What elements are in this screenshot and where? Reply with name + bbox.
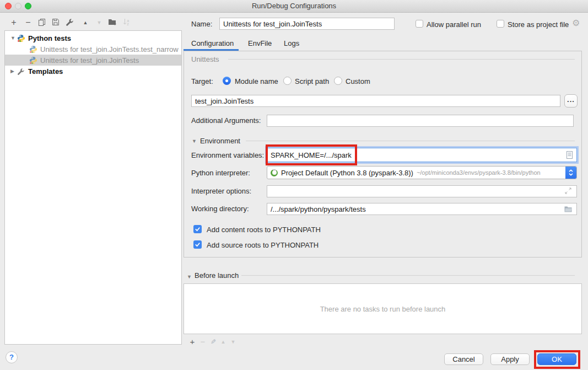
- browse-env-vars-icon[interactable]: [567, 151, 573, 159]
- dropdown-spinner-icon[interactable]: [565, 167, 576, 179]
- interpreter-options-label: Interpreter options:: [191, 187, 251, 195]
- copy-configuration-button[interactable]: [37, 18, 47, 28]
- move-up-button[interactable]: ▲: [80, 18, 90, 28]
- before-launch-divider: [241, 275, 575, 276]
- copy-icon: [38, 18, 46, 28]
- plus-icon: +: [11, 18, 16, 28]
- run-debug-configurations-dialog: Run/Debug Configurations + − ▲ ▼ az ▼ Py…: [0, 0, 588, 370]
- python-test-icon: [29, 45, 37, 53]
- tree-item-label: Templates: [28, 67, 63, 76]
- python-test-icon: [29, 56, 37, 65]
- interpreter-value: Project Default (Python 3.8 (pyspark-3.8…: [281, 169, 413, 177]
- before-launch-label: Before launch: [195, 271, 239, 280]
- edit-templates-button[interactable]: [64, 18, 74, 28]
- save-icon: [52, 18, 60, 28]
- minus-icon: −: [201, 337, 206, 347]
- name-input[interactable]: [219, 18, 395, 30]
- sort-configurations-button[interactable]: az: [122, 18, 132, 28]
- target-input[interactable]: [191, 95, 560, 107]
- tab-envfile[interactable]: EnvFile: [248, 39, 272, 47]
- move-up-icon: ▲: [221, 337, 226, 347]
- minimize-window-button[interactable]: [15, 3, 21, 9]
- create-folder-button[interactable]: [107, 18, 117, 28]
- wrench-icon: [66, 18, 73, 28]
- add-content-roots-checkbox[interactable]: [193, 225, 202, 233]
- python-tests-icon: [17, 34, 25, 42]
- name-label: Name:: [191, 20, 212, 28]
- store-as-project-file-label: Store as project file: [508, 20, 569, 29]
- target-module-name-radio[interactable]: [223, 77, 231, 85]
- tree-item-templates[interactable]: ▶ Templates: [5, 66, 181, 77]
- before-launch-collapse-icon[interactable]: ▼: [187, 274, 192, 280]
- environment-variables-label: Environment variables:: [191, 151, 264, 159]
- expander-open-icon[interactable]: ▼: [10, 35, 17, 41]
- target-custom-radio[interactable]: [334, 77, 342, 85]
- remove-configuration-button[interactable]: −: [23, 18, 33, 28]
- browse-target-button[interactable]: ...: [564, 94, 578, 108]
- target-script-path-label: Script path: [295, 77, 329, 85]
- folder-icon[interactable]: [564, 206, 572, 212]
- working-directory-label: Working directory:: [191, 205, 249, 213]
- store-as-project-file-checkbox[interactable]: [497, 20, 504, 28]
- add-task-button[interactable]: +: [188, 337, 197, 346]
- target-module-name-label: Module name: [235, 77, 278, 85]
- add-source-roots-checkbox[interactable]: [193, 240, 202, 249]
- target-custom-label: Custom: [346, 77, 370, 85]
- python-interpreter-label: Python interpreter:: [191, 169, 250, 177]
- tree-item-unittests-test-narrow[interactable]: Unittests for test_join.JoinTests.test_n…: [5, 44, 181, 55]
- svg-text:z: z: [127, 22, 129, 26]
- cancel-button[interactable]: Cancel: [444, 353, 483, 365]
- working-directory-input[interactable]: [267, 203, 577, 215]
- remove-task-button[interactable]: −: [198, 337, 207, 346]
- unittests-group-label: Unittests: [191, 55, 219, 63]
- environment-divider: [246, 141, 575, 141]
- apply-button[interactable]: Apply: [490, 353, 530, 365]
- gear-icon[interactable]: ⚙: [572, 19, 580, 28]
- expand-field-icon[interactable]: [565, 187, 571, 194]
- allow-parallel-run-checkbox[interactable]: [416, 20, 423, 28]
- move-down-icon: ▼: [231, 337, 236, 347]
- save-configuration-button[interactable]: [51, 18, 61, 28]
- new-folder-icon: [108, 18, 117, 28]
- zoom-window-button[interactable]: [25, 3, 31, 9]
- move-down-button[interactable]: ▼: [94, 18, 104, 28]
- move-task-up-button[interactable]: ▲: [219, 337, 228, 346]
- tree-item-label: Python tests: [28, 34, 71, 42]
- move-task-down-button[interactable]: ▼: [229, 337, 238, 346]
- close-window-button[interactable]: [5, 3, 12, 9]
- move-up-icon: ▲: [83, 18, 88, 28]
- tree-item-unittests-jointests-selected[interactable]: Unittests for test_join.JoinTests: [5, 55, 181, 66]
- no-tasks-message: There are no tasks to run before launch: [320, 305, 446, 313]
- interpreter-path: ~/opt/miniconda3/envs/pyspark-3.8/bin/py…: [417, 169, 541, 176]
- add-configuration-button[interactable]: +: [9, 18, 19, 28]
- additional-arguments-label: Additional Arguments:: [191, 116, 261, 125]
- interpreter-options-input[interactable]: [267, 185, 577, 197]
- edit-task-button[interactable]: ✎: [209, 337, 218, 346]
- python-interpreter-select[interactable]: Project Default (Python 3.8 (pyspark-3.8…: [267, 166, 577, 179]
- tab-logs[interactable]: Logs: [284, 39, 299, 47]
- add-content-roots-label: Add content roots to PYTHONPATH: [207, 226, 321, 234]
- title-bar: Run/Debug Configurations: [0, 0, 588, 13]
- help-button[interactable]: ?: [6, 351, 18, 363]
- tab-configuration[interactable]: Configuration: [191, 39, 234, 47]
- add-source-roots-label: Add source roots to PYTHONPATH: [207, 241, 319, 249]
- environment-variables-input[interactable]: [267, 148, 577, 162]
- target-script-path-radio[interactable]: [283, 77, 292, 85]
- window-title: Run/Debug Configurations: [0, 0, 588, 12]
- tree-item-label: Unittests for test_join.JoinTests: [40, 56, 139, 65]
- tree-item-python-tests[interactable]: ▼ Python tests: [5, 33, 181, 44]
- before-launch-tasks-list: There are no tasks to run before launch: [184, 283, 582, 334]
- environment-collapse-icon[interactable]: ▼: [192, 138, 197, 144]
- pencil-icon: ✎: [211, 338, 216, 346]
- move-down-icon: ▼: [97, 18, 102, 28]
- minus-icon: −: [25, 18, 30, 28]
- configuration-panel: Unittests Target: Module name Script pat…: [184, 51, 582, 258]
- plus-icon: +: [190, 337, 195, 347]
- expander-closed-icon[interactable]: ▶: [10, 68, 17, 74]
- tree-item-label: Unittests for test_join.JoinTests.test_n…: [40, 45, 179, 53]
- additional-arguments-input[interactable]: [267, 115, 574, 127]
- ok-button[interactable]: OK: [537, 353, 576, 365]
- allow-parallel-run-label: Allow parallel run: [427, 20, 481, 29]
- configurations-tree: ▼ Python tests Unittests for test_join.J…: [4, 30, 182, 345]
- conda-env-icon: [271, 169, 278, 176]
